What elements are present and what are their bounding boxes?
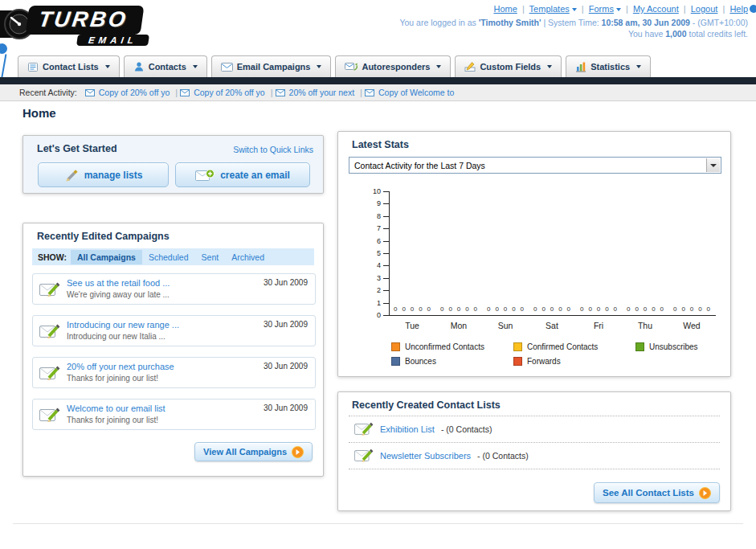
campaign-subtitle: We're giving away our late ...	[67, 289, 170, 301]
legend-swatch	[635, 342, 644, 351]
contact-list-count: - (0 Contacts)	[477, 451, 529, 461]
recent-activity-item[interactable]: Copy of 20% off yo	[85, 88, 170, 97]
switch-quick-links-link[interactable]: Switch to Quick Links	[233, 145, 313, 154]
recent-activity-link[interactable]: Copy of 20% off yo	[194, 88, 265, 97]
tab-statistics[interactable]: Statistics	[566, 55, 651, 77]
x-axis-label: Sat	[536, 321, 568, 330]
chevron-down-icon[interactable]	[706, 158, 720, 172]
contact-list-row[interactable]: Exhibition List - (0 Contacts)	[354, 421, 492, 436]
campaign-title-link[interactable]: See us at the retail food ...	[67, 277, 170, 289]
recent-activity-link[interactable]: 20% off your next	[289, 88, 355, 97]
bar-value-label: 0	[614, 305, 617, 313]
contact-list-link[interactable]: Newsletter Subscribers	[380, 451, 471, 461]
tab-autoresponders[interactable]: Autoresponders	[335, 55, 451, 77]
recent-activity-link[interactable]: Copy of Welcome to	[378, 88, 454, 97]
y-axis-label: 0	[349, 311, 381, 319]
chevron-down-icon	[616, 8, 621, 11]
y-axis-label: 9	[349, 199, 381, 207]
envelope-pencil-icon	[39, 407, 60, 423]
pencil-icon	[64, 168, 79, 182]
bar-value-label: 0	[567, 305, 570, 313]
campaign-title-link[interactable]: 20% off your next purchase	[67, 361, 174, 373]
bar-value-labels: 00000	[487, 305, 524, 313]
legend-label: Unconfirmed Contacts	[405, 342, 484, 351]
filter-scheduled[interactable]: Scheduled	[142, 250, 195, 264]
tab-contacts[interactable]: Contacts	[124, 55, 207, 77]
credits-amount: 1,000	[665, 29, 686, 39]
nav-separator: |	[626, 4, 628, 14]
recent-activity-link[interactable]: Copy of 20% off yo	[99, 88, 170, 97]
contact-list-link[interactable]: Exhibition List	[380, 424, 435, 434]
manage-lists-button[interactable]: manage lists	[38, 162, 169, 187]
recent-activity-item[interactable]: Copy of Welcome to	[365, 88, 454, 97]
chevron-down-icon	[105, 65, 110, 68]
bar-value-label: 0	[597, 305, 600, 313]
see-all-contact-lists-button[interactable]: See All Contact Lists	[594, 482, 720, 503]
filter-sent[interactable]: Sent	[195, 250, 226, 264]
tab-label: Autoresponders	[362, 62, 430, 72]
create-email-button[interactable]: create an email	[175, 162, 310, 187]
dotted-divider	[349, 469, 720, 469]
login-username: 'Timothy Smith'	[479, 18, 541, 27]
y-axis-tick	[383, 315, 389, 316]
bar-value-label: 0	[402, 305, 405, 313]
legend-label: Bounces	[405, 357, 436, 366]
latest-stats-panel: Latest Stats Contact Activity for the La…	[337, 131, 731, 377]
credits-prefix: You have	[628, 29, 663, 39]
legend-row: BouncesForwards	[391, 357, 756, 366]
system-time-label: System Time:	[548, 18, 599, 27]
nav-logout-link[interactable]: Logout	[691, 4, 718, 14]
bar-value-label: 0	[394, 305, 397, 313]
nav-my-account-link[interactable]: My Account	[633, 4, 679, 14]
activity-separator: |	[271, 88, 273, 97]
filter-archived[interactable]: Archived	[225, 250, 271, 264]
tab-label: Custom Fields	[480, 62, 541, 72]
campaign-title-link[interactable]: Introducing our new range ...	[67, 319, 179, 331]
campaign-row[interactable]: 20% off your next purchase Thanks for jo…	[32, 357, 316, 388]
nav-templates-link[interactable]: Templates	[529, 4, 570, 14]
y-axis-tick	[383, 241, 389, 242]
system-time: 10:58 am, 30 Jun 2009	[602, 18, 690, 27]
y-axis-label: 10	[349, 187, 381, 195]
bar-value-label: 0	[541, 305, 545, 313]
bar-value-label: 0	[440, 305, 443, 313]
bar-value-label: 0	[635, 305, 638, 313]
activity-separator: |	[360, 88, 362, 97]
bar-value-label: 0	[707, 305, 710, 313]
bar-value-label: 0	[580, 305, 583, 313]
tab-contact-lists[interactable]: Contact Lists	[18, 55, 120, 77]
nav-home-link[interactable]: Home	[493, 4, 517, 14]
bar-value-label: 0	[681, 305, 684, 313]
view-all-campaigns-button[interactable]: View All Campaigns	[194, 442, 313, 461]
nav-help-link[interactable]: Help	[729, 4, 748, 14]
get-started-panel: Let's Get Started Switch to Quick Links …	[22, 135, 324, 194]
tab-custom-fields[interactable]: Custom Fields	[455, 55, 562, 77]
campaign-row[interactable]: Welcome to our email list Thanks for joi…	[32, 399, 316, 430]
campaign-title-link[interactable]: Welcome to our email list	[67, 403, 166, 415]
contact-list-row[interactable]: Newsletter Subscribers - (0 Contacts)	[354, 448, 529, 463]
campaign-row[interactable]: Introducing our new range ... Introducin…	[32, 315, 316, 346]
recent-activity-item[interactable]: Copy of 20% off yo	[180, 88, 265, 97]
nav-forms-link[interactable]: Forms	[589, 4, 614, 14]
x-axis-label: Tue	[396, 321, 428, 330]
bar-value-label: 0	[457, 305, 460, 313]
bar-value-label: 0	[550, 305, 554, 313]
legend-item: Bounces	[391, 357, 513, 366]
stats-title: Latest Stats	[352, 139, 409, 150]
contact-lists-title: Recently Created Contact Lists	[352, 399, 501, 411]
stats-period-select[interactable]: Contact Activity for the Last 7 Days	[349, 157, 721, 174]
y-axis-label: 6	[349, 237, 381, 245]
activity-separator: |	[175, 88, 178, 97]
bar-value-label: 0	[673, 305, 676, 313]
filter-all-campaigns[interactable]: All Campaigns	[71, 250, 142, 264]
tab-label: Contacts	[149, 62, 186, 72]
campaign-row[interactable]: See us at the retail food ... We're givi…	[32, 273, 316, 305]
contacts-icon	[133, 61, 145, 72]
legend-item: Unconfirmed Contacts	[391, 342, 513, 351]
bar-value-label: 0	[521, 305, 524, 313]
legend-label: Confirmed Contacts	[527, 342, 598, 351]
y-axis-tick	[383, 203, 389, 204]
recent-activity-item[interactable]: 20% off your next	[276, 88, 355, 97]
tab-email-campaigns[interactable]: Email Campaigns	[211, 55, 332, 77]
decorative-dot-left	[0, 43, 7, 54]
